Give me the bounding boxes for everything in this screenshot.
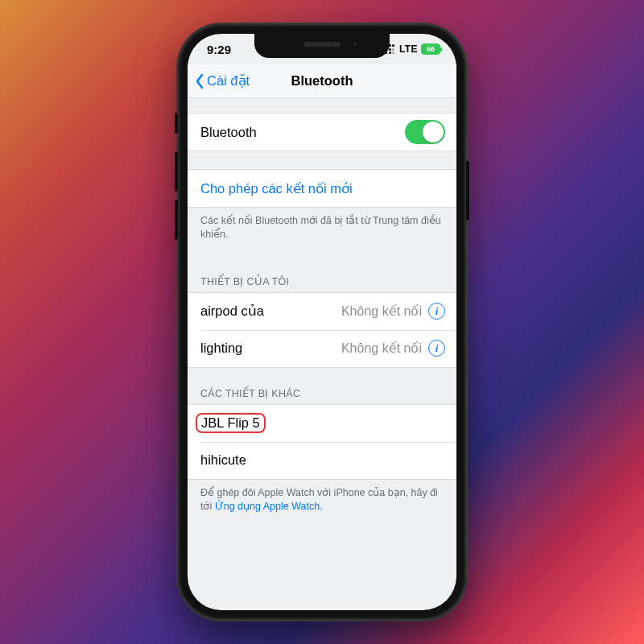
back-label: Cài đặt <box>207 73 250 89</box>
group-bluetooth-toggle: Bluetooth <box>188 113 456 151</box>
status-time: 9:29 <box>207 43 231 56</box>
other-device-name: hihicute <box>200 452 246 468</box>
device-name: airpod của <box>200 303 264 319</box>
battery-icon: 66 <box>421 43 440 55</box>
device-row[interactable]: lighting Không kết nối i <box>188 330 456 367</box>
row-bluetooth-toggle[interactable]: Bluetooth <box>188 114 456 151</box>
content-scroll[interactable]: Bluetooth Cho phép các kết nối mới Các k… <box>188 98 456 610</box>
info-icon[interactable]: i <box>428 303 445 320</box>
allow-new-note: Các kết nối Bluetooth mới đã bị tắt từ T… <box>188 208 456 256</box>
device-status: Không kết nối <box>341 341 422 356</box>
device-row[interactable]: airpod của Không kết nối i <box>188 293 456 330</box>
group-allow-new: Cho phép các kết nối mới <box>188 169 456 208</box>
allow-new-label: Cho phép các kết nối mới <box>200 181 353 196</box>
chevron-left-icon <box>194 73 205 89</box>
bluetooth-switch[interactable] <box>405 120 445 144</box>
page-title: Bluetooth <box>291 73 353 89</box>
battery-percent: 66 <box>427 45 435 53</box>
apple-watch-app-link[interactable]: Ứng dụng Apple Watch. <box>215 501 323 512</box>
other-device-name: JBL Flip 5 <box>196 413 266 433</box>
phone-frame: 9:29 LTE 66 Cài đặt Blueto <box>178 24 466 620</box>
nav-bar: Cài đặt Bluetooth <box>188 64 456 98</box>
bluetooth-label: Bluetooth <box>200 125 257 140</box>
device-name: lighting <box>200 341 242 356</box>
network-type: LTE <box>399 43 418 55</box>
volume-up-button <box>175 151 178 192</box>
mute-switch <box>175 113 178 134</box>
group-other-devices: JBL Flip 5 hihicute <box>188 404 456 480</box>
status-right: LTE 66 <box>385 43 440 55</box>
screen: 9:29 LTE 66 Cài đặt Blueto <box>188 34 456 610</box>
volume-down-button <box>175 200 178 240</box>
apple-watch-note: Để ghép đôi Apple Watch với iPhone của b… <box>188 480 456 528</box>
row-allow-new-connections[interactable]: Cho phép các kết nối mới <box>188 170 456 207</box>
other-device-row[interactable]: JBL Flip 5 <box>188 405 456 442</box>
group-my-devices: airpod của Không kết nối i lighting Khôn… <box>188 292 456 368</box>
header-my-devices: THIẾT BỊ CỦA TÔI <box>188 256 456 292</box>
other-device-row[interactable]: hihicute <box>188 442 456 479</box>
info-icon[interactable]: i <box>428 340 445 357</box>
back-button[interactable]: Cài đặt <box>194 64 250 97</box>
header-other-devices: CÁC THIẾT BỊ KHÁC <box>188 368 456 404</box>
device-status: Không kết nối <box>341 303 422 319</box>
side-button <box>466 161 469 221</box>
notch <box>254 34 390 58</box>
